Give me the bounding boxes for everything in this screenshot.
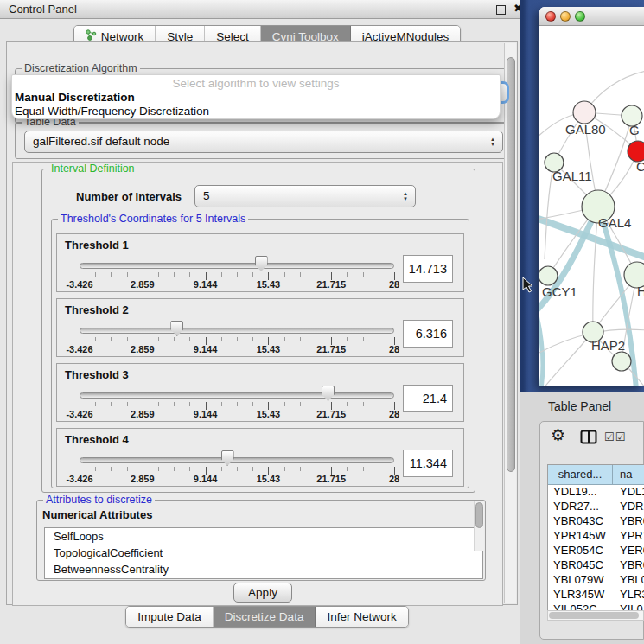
apply-button[interactable]: Apply (233, 583, 292, 603)
table-row[interactable]: YBL079WYBL0 (548, 573, 644, 588)
attribute-item[interactable]: BetweennessCentrality (45, 561, 482, 577)
attribute-item[interactable]: TopologicalCoefficient (45, 545, 482, 561)
tick-mark (316, 337, 316, 341)
table-horizontal-scrollbar[interactable] (547, 610, 644, 621)
control-panel-titlebar: Control Panel ✖ (0, 0, 533, 19)
tick-mark (347, 272, 348, 277)
content-vertical-scrollbar[interactable] (504, 43, 516, 603)
tick-mark (252, 337, 253, 341)
cell-name: YER0 (613, 544, 644, 558)
slider-handle[interactable] (170, 321, 183, 336)
tick-mark (300, 402, 301, 406)
tick-label: -3.426 (66, 474, 92, 484)
table-row[interactable]: YLR345WYLR3 (548, 588, 644, 603)
threshold-block-1: Threshold 1-3.4262.8599.14415.4321.71528… (56, 233, 464, 292)
table-row[interactable]: YDR27...YDR2 (548, 500, 644, 514)
tick-mark (300, 272, 301, 277)
num-intervals-combobox[interactable]: 5 ▲▼ (194, 185, 416, 207)
tab-infer-network[interactable]: Infer Network (316, 607, 407, 627)
interval-definition-title: Interval Definition (48, 163, 137, 175)
slider-track[interactable] (80, 457, 394, 463)
float-icon[interactable] (496, 5, 506, 15)
tick-mark (174, 337, 175, 341)
tick-mark (379, 337, 379, 341)
network-node[interactable] (539, 266, 558, 285)
tab-label: Impute Data (137, 610, 201, 623)
tick-mark (316, 467, 316, 471)
attribute-item[interactable]: SelfLoops (45, 528, 482, 545)
cell-name: YBL0 (613, 573, 644, 588)
settings-panel: Interval Definition Number of Intervals … (12, 162, 503, 606)
network-canvas[interactable]: GAL80GCGAL11GAL4GCY1HHAP2 (539, 26, 644, 386)
dropdown-option[interactable]: Equal Width/Frequency Discretization (15, 105, 209, 118)
tick-mark (127, 337, 128, 341)
tick-mark (174, 402, 175, 406)
tick-mark (284, 467, 285, 471)
slider-track[interactable] (80, 392, 394, 399)
tick-mark (111, 467, 112, 471)
table-row[interactable]: YDL19...YDL1 (548, 485, 644, 500)
column-header[interactable]: na (613, 465, 644, 484)
numerical-attributes-label: Numerical Attributes (42, 508, 152, 521)
tick-mark (237, 337, 238, 341)
slider-track[interactable] (80, 263, 394, 269)
tab-discretize-data[interactable]: Discretize Data (214, 607, 316, 627)
traffic-minimize-icon[interactable] (560, 11, 571, 22)
tick-mark (284, 337, 285, 341)
cell-name: YBR0 (613, 514, 644, 529)
network-node[interactable] (612, 352, 631, 371)
tick-label: 21.715 (316, 474, 346, 484)
tick-mark (158, 337, 159, 341)
threshold-value-field[interactable]: 6.316 (403, 320, 453, 348)
attributes-list-scrollbar[interactable] (474, 501, 484, 551)
node-table[interactable]: shared... na YDL19...YDL1YDR27...YDR2YBR… (547, 464, 644, 616)
network-node[interactable] (573, 101, 596, 124)
threshold-block-4: Threshold 4-3.4262.8599.14415.4321.71528… (56, 428, 464, 487)
interval-definition-group: Interval Definition Number of Intervals … (41, 169, 475, 493)
tick-label: 28 (389, 474, 399, 484)
tick-mark (189, 467, 190, 471)
slider-handle[interactable] (255, 256, 268, 271)
tick-label: 2.859 (131, 409, 155, 419)
node-label: GAL4 (598, 215, 631, 230)
table-row[interactable]: YBR045CYBR0 (548, 558, 644, 573)
column-header[interactable]: shared... (548, 465, 613, 484)
tick-label: 9.144 (194, 409, 218, 419)
gear-icon[interactable]: ⚙ (551, 425, 565, 445)
traffic-close-icon[interactable] (545, 11, 556, 22)
tick-label: 9.144 (194, 344, 218, 354)
traffic-zoom-icon[interactable] (575, 11, 585, 22)
table-header-row: shared... na (548, 465, 644, 485)
table-data-combobox[interactable]: galFiltered.sif default node ▲▼ (24, 131, 503, 153)
tick-label: 21.715 (316, 344, 346, 354)
tick-mark (252, 402, 253, 406)
tick-mark (363, 402, 364, 406)
split-view-icon[interactable] (580, 430, 597, 444)
window-title: Control Panel (9, 3, 77, 16)
tab-impute-data[interactable]: Impute Data (126, 607, 214, 627)
threshold-value-field[interactable]: 21.4 (403, 385, 453, 412)
slider-track[interactable] (80, 328, 394, 334)
node-label: H (637, 284, 644, 298)
tick-mark (221, 337, 222, 341)
tick-mark (95, 337, 96, 341)
attributes-list[interactable]: SelfLoopsTopologicalCoefficientBetweenne… (44, 527, 483, 579)
network-view-window: GAL80GCGAL11GAL4GCY1HHAP2 (539, 7, 644, 386)
tick-label: 28 (389, 344, 399, 354)
dropdown-option[interactable]: Manual Discretization (15, 91, 135, 104)
table-row[interactable]: YER054CYER0 (548, 544, 644, 558)
tick-label: 2.859 (131, 474, 155, 484)
tick-label: 15.43 (257, 409, 281, 419)
threshold-value-field[interactable]: 11.344 (403, 450, 453, 477)
tick-label: 28 (389, 279, 399, 290)
slider-handle[interactable] (322, 386, 335, 401)
threshold-value-field[interactable]: 14.713 (403, 255, 453, 283)
checkbox-icons[interactable]: ☑☑ (604, 430, 626, 443)
table-row[interactable]: YPR145WYPR1 (548, 529, 644, 544)
table-row[interactable]: YBR043CYBR0 (548, 514, 644, 529)
cell-name: YLR3 (613, 588, 644, 603)
slider-handle[interactable] (221, 450, 234, 466)
tick-mark (300, 337, 301, 341)
tick-mark (379, 402, 379, 406)
tick-mark (252, 467, 253, 471)
